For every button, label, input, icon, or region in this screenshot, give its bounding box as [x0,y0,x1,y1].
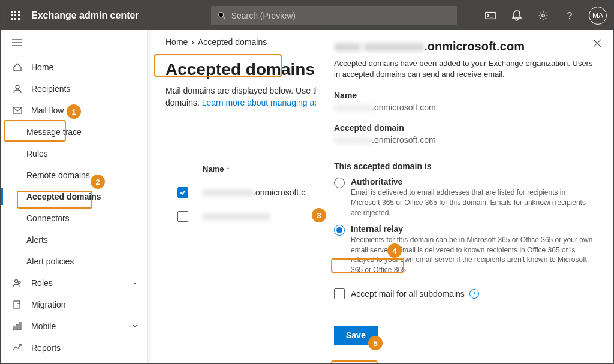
chevron-down-icon [131,278,139,288]
nav-toggle[interactable] [12,38,22,49]
nav-home[interactable]: Home [1,56,147,78]
svg-rect-7 [14,18,16,20]
svg-rect-23 [13,327,15,330]
svg-point-14 [570,19,570,19]
callout-3: 3 [312,208,326,222]
radio-authoritative[interactable]: Authoritative Email is delivered to emai… [334,177,595,218]
nav-roles[interactable]: Roles [1,272,147,294]
chevron-down-icon [131,321,139,331]
close-button[interactable] [592,38,602,50]
home-icon [12,62,23,72]
nav-connectors[interactable]: Connectors [1,207,147,229]
nav-label: Accepted domains [26,192,101,201]
svg-rect-0 [11,11,13,13]
panel-title: xxxx xxxxxxxxx.onmicrosoft.com [334,40,595,53]
nav-label: Migration [31,300,66,309]
nav-label: Mail flow [31,106,64,115]
nav-remote-domains[interactable]: Remote domains [1,164,147,186]
nav-label: Mobile [31,321,56,331]
column-name[interactable]: Name [203,164,224,173]
svg-rect-11 [486,13,495,19]
name-label: Name [334,91,595,100]
accepted-domain-value: xxxxxxxxx.onmicrosoft.com [334,135,595,145]
search-input[interactable] [231,11,451,20]
nav-mobile[interactable]: Mobile [1,315,147,337]
checkbox-icon [334,288,345,299]
app-title: Exchange admin center [31,10,139,21]
nav-label: Home [31,62,53,72]
user-icon [12,84,23,94]
svg-rect-8 [18,18,20,20]
nav-label: Reports [31,343,61,353]
nav-label: Recipients [31,84,70,94]
svg-point-18 [16,85,19,89]
nav-label: Alerts [26,235,48,245]
settings-icon[interactable] [530,1,556,30]
nav-label: Connectors [26,213,70,223]
svg-rect-4 [14,14,16,16]
reports-icon [12,343,23,353]
avatar[interactable]: MA [589,7,607,25]
radio-icon [334,178,345,188]
nav-label: Roles [31,278,53,288]
svg-rect-2 [18,11,20,13]
svg-rect-6 [11,18,13,20]
nav-accepted-domains[interactable]: Accepted domains [1,186,147,207]
callout-1: 1 [67,104,81,119]
svg-rect-5 [18,14,20,16]
nav-alerts[interactable]: Alerts [1,229,147,251]
nav-message-trace[interactable]: Message trace [1,121,147,143]
nav-label: Alert policies [26,257,74,266]
radio-internal-relay[interactable]: Internal relay Recipients for this domai… [334,224,595,275]
svg-rect-1 [14,11,16,13]
nav-rules[interactable]: Rules [1,143,147,164]
chevron-up-icon [131,106,139,115]
roles-icon [12,278,23,288]
search-box[interactable] [211,6,457,25]
learn-more-link[interactable]: Learn more about managing ac [202,98,319,107]
accept-subdomains-checkbox[interactable]: Accept mail for all subdomains i [334,288,595,299]
nav-label: Rules [26,149,48,158]
migration-icon [12,300,23,309]
breadcrumb-home[interactable]: Home [165,37,188,47]
mail-icon [12,107,23,114]
info-icon[interactable]: i [469,289,479,299]
nav-alert-policies[interactable]: Alert policies [1,251,147,272]
svg-point-20 [15,280,18,283]
svg-point-13 [542,14,545,17]
svg-rect-25 [19,323,21,330]
row-checkbox[interactable] [177,187,188,198]
name-value: xxxxxxxxx.onmicrosoft.com [334,103,595,112]
chevron-down-icon [131,84,139,94]
nav-insights[interactable]: Insights [1,359,147,363]
notifications-icon[interactable] [504,1,530,30]
nav-label: Message trace [26,127,82,137]
nav-recipients[interactable]: Recipients [1,78,147,100]
svg-rect-22 [14,301,20,308]
svg-rect-24 [16,324,18,330]
row-checkbox[interactable] [177,211,188,222]
svg-rect-3 [11,14,13,16]
app-launcher[interactable] [1,1,30,30]
svg-point-21 [18,281,20,284]
sort-asc-icon: ↑ [226,165,230,172]
nav-migration[interactable]: Migration [1,294,147,315]
svg-line-10 [223,17,225,19]
panel-intro: Accepted domains have been added to your… [334,58,595,80]
svg-point-9 [218,13,223,17]
mobile-icon [12,321,23,331]
breadcrumb-current: Accepted domains [198,37,267,47]
chevron-down-icon [131,343,139,353]
radio-icon [334,225,345,236]
nav-reports[interactable]: Reports [1,337,147,359]
accepted-domain-label: Accepted domain [334,123,595,133]
domain-type-label: This accepted domain is [334,161,595,171]
nav-label: Remote domains [26,170,90,180]
help-icon[interactable] [556,1,583,30]
callout-2: 2 [91,175,105,189]
callout-5: 5 [368,336,383,350]
chevron-right-icon: › [191,37,194,47]
cloud-shell-icon[interactable] [477,1,504,30]
callout-4: 4 [387,243,402,258]
